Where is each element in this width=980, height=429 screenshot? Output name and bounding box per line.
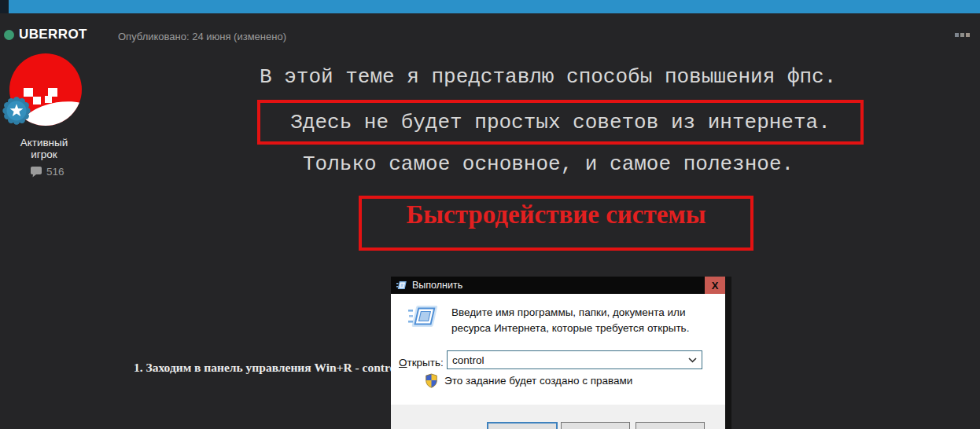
uac-notice: Это задание будет создано с правами — [444, 375, 632, 387]
uac-shield-icon — [425, 373, 438, 388]
online-status-icon — [4, 30, 14, 40]
run-app-icon — [407, 304, 439, 331]
browse-button[interactable] — [636, 422, 705, 429]
section-heading-box: Быстродействие системы — [359, 196, 753, 251]
avatar-pixel — [45, 96, 52, 103]
open-field-label: Открыть: — [399, 357, 444, 368]
open-label-accel: О — [399, 357, 407, 368]
run-dialog-body: Введите имя программы, папки, документа … — [391, 294, 725, 405]
run-dialog: Выполнить X Введите имя программы — [391, 277, 731, 429]
author-username-link[interactable]: UBERROT — [19, 27, 87, 42]
top-accent-bar — [0, 0, 980, 13]
ellipsis-icon — [966, 33, 970, 37]
avatar-pixel — [33, 97, 41, 104]
author-rank: Активный игрок — [6, 137, 82, 160]
run-command-combobox[interactable] — [447, 350, 702, 369]
run-dialog-window: Выполнить X Введите имя программы — [391, 277, 725, 429]
corner-notch — [0, 0, 9, 13]
description-line-1: Введите имя программы, папки, документа … — [451, 305, 689, 321]
run-command-input[interactable] — [448, 351, 688, 368]
speech-bubble-icon — [30, 166, 42, 178]
run-dialog-footer — [391, 405, 725, 429]
run-dialog-titlebar: Выполнить X — [391, 277, 725, 294]
ellipsis-icon — [955, 33, 959, 37]
comment-stat: 516 — [30, 166, 64, 178]
run-app-icon — [396, 280, 407, 290]
run-dialog-title: Выполнить — [412, 280, 462, 291]
post-line-1: В этой теме я представлю способы повышен… — [260, 65, 836, 89]
highlight-box: Здесь не будет простых советов из интерн… — [257, 100, 864, 145]
screenshot-edge-strip — [725, 277, 731, 429]
open-label-rest: ткрыть: — [407, 357, 444, 368]
star-badge-icon — [1, 95, 32, 126]
step-1-text: 1. Заходим в панель управления Win+R - c… — [134, 361, 400, 375]
cancel-button[interactable] — [561, 422, 630, 429]
forum-post-page: UBERROT Опубликовано: 24 июня (изменено)… — [0, 0, 980, 429]
chevron-down-icon[interactable] — [688, 358, 697, 363]
run-dialog-description: Введите имя программы, папки, документа … — [451, 305, 689, 336]
post-options-button[interactable] — [955, 33, 970, 37]
ellipsis-icon — [960, 33, 964, 37]
close-button[interactable]: X — [705, 277, 725, 294]
comment-count: 516 — [46, 166, 64, 178]
section-heading: Быстродействие системы — [362, 199, 750, 230]
post-timestamp: Опубликовано: 24 июня (изменено) — [118, 31, 286, 42]
post-line-2: Здесь не будет простых советов из интерн… — [290, 111, 831, 134]
description-line-2: ресурса Интернета, которые требуется отк… — [451, 321, 689, 336]
ok-button[interactable] — [487, 422, 558, 429]
post-line-3: Только самое основное, и самое полезное. — [303, 152, 794, 176]
